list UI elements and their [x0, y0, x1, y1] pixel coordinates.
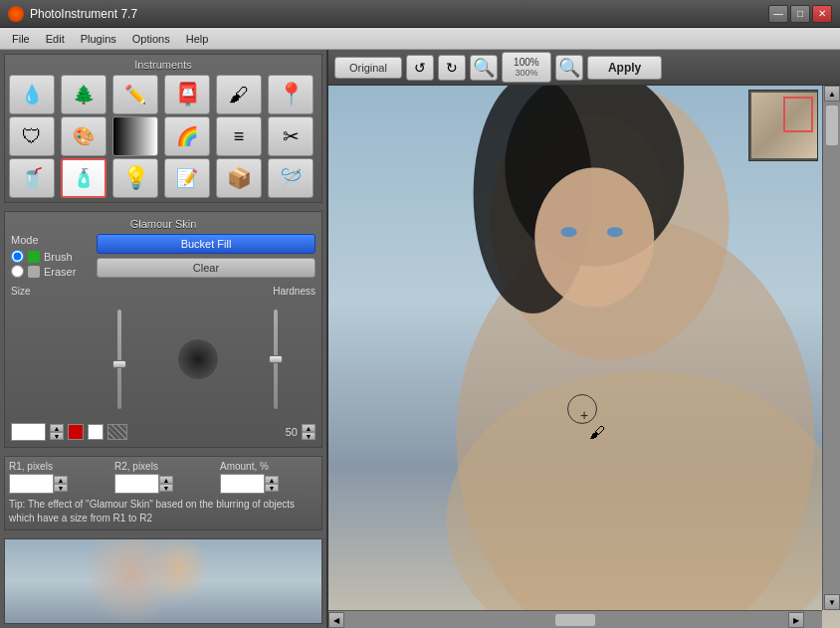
tool-lamp[interactable]: 💡: [112, 158, 158, 198]
zoom-level: 100%: [511, 57, 542, 68]
r1-group: R1, pixels 1.6 ▲ ▼: [9, 461, 106, 494]
titlebar: PhotoInstrument 7.7 — □ ✕: [0, 0, 840, 28]
zoom-display: 100% 300%: [502, 52, 551, 83]
tool-bottle[interactable]: 🧴: [61, 158, 106, 198]
r1-spinbox: ▲ ▼: [54, 476, 68, 492]
tool-dropper[interactable]: 💧: [9, 75, 55, 114]
menu-edit[interactable]: Edit: [38, 31, 73, 47]
eraser-label: Eraser: [44, 266, 76, 278]
scroll-right-arrow[interactable]: ▶: [788, 612, 804, 628]
app-icon: [8, 6, 24, 22]
amount-label: Amount, %: [220, 461, 317, 472]
window-controls: — □ ✕: [768, 5, 832, 23]
tool-scissors[interactable]: ✂: [268, 116, 314, 156]
r1-input[interactable]: 1.6: [9, 474, 54, 494]
hardness-slider-group: Hardness: [236, 286, 315, 419]
maximize-button[interactable]: □: [790, 5, 810, 23]
size-slider-track: [11, 300, 228, 419]
tool-cloth[interactable]: 🪡: [268, 158, 314, 198]
size-input[interactable]: 41: [11, 423, 46, 441]
sliders-row: Size Hardness: [11, 286, 315, 419]
menu-file[interactable]: File: [4, 31, 38, 47]
hardness-spin-down[interactable]: ▼: [302, 432, 315, 440]
scroll-thumb-horizontal[interactable]: [555, 614, 595, 626]
thumbnail-selection: [783, 97, 813, 132]
original-button[interactable]: Original: [334, 57, 402, 79]
undo-button[interactable]: ↺: [406, 55, 434, 81]
menu-options[interactable]: Options: [124, 31, 178, 47]
apply-button[interactable]: Apply: [587, 56, 662, 80]
canvas-toolbar: Original ↺ ↻ 🔍 100% 300% 🔍 Apply: [328, 50, 840, 86]
r1-spin-up[interactable]: ▲: [54, 476, 68, 484]
zoom-in-button[interactable]: 🔍: [470, 55, 498, 81]
scroll-left-arrow[interactable]: ◀: [328, 612, 344, 628]
menu-help[interactable]: Help: [178, 31, 217, 47]
tool-eraser[interactable]: 📝: [164, 158, 210, 198]
brush-label: Brush: [44, 251, 73, 263]
horizontal-scrollbar[interactable]: ◀ ▶: [328, 610, 822, 628]
menu-plugins[interactable]: Plugins: [73, 31, 124, 47]
glamour-skin-panel: Glamour Skin Mode Brush Eraser: [4, 211, 322, 448]
hardness-spinbox: ▲ ▼: [302, 424, 315, 440]
size-slider-line: [117, 310, 121, 409]
r2-input[interactable]: 5.2: [114, 474, 159, 494]
tool-rainbow[interactable]: 🌈: [164, 116, 210, 156]
minimize-button[interactable]: —: [768, 5, 788, 23]
tool-color-wheel[interactable]: 🎨: [61, 116, 106, 156]
zoom-out-button[interactable]: 🔍: [555, 55, 583, 81]
size-label: Size: [11, 286, 228, 297]
scroll-up-arrow[interactable]: ▲: [824, 86, 840, 102]
canvas-image: [328, 86, 840, 628]
r1-spin-down[interactable]: ▼: [54, 484, 68, 492]
canvas-area[interactable]: + 🖌 ▲ ▼ ◀ ▶: [328, 86, 840, 628]
amount-spin-down[interactable]: ▼: [265, 484, 279, 492]
clear-button[interactable]: Clear: [97, 258, 315, 278]
instruments-panel: Instruments 💧 🌲 ✏️ 📮 🖌 📍 🛡 🎨 🌈 ≡ ✂ 🥤 🧴: [4, 54, 322, 203]
close-button[interactable]: ✕: [812, 5, 832, 23]
hardness-slider-line: [274, 310, 278, 409]
amount-spin-up[interactable]: ▲: [265, 476, 279, 484]
amount-input[interactable]: 10: [220, 474, 265, 494]
size-slider-thumb[interactable]: [112, 360, 126, 368]
tool-brush[interactable]: 🖌: [216, 75, 262, 114]
eraser-radio[interactable]: [11, 265, 24, 278]
zoom-level2: 300%: [511, 68, 542, 78]
preview-strip: [4, 538, 322, 624]
instruments-title: Instruments: [9, 59, 317, 71]
hardness-slider-thumb[interactable]: [269, 355, 283, 363]
brush-radio-row: Brush: [11, 250, 91, 263]
scroll-down-arrow[interactable]: ▼: [824, 594, 840, 610]
r2-spin-down[interactable]: ▼: [159, 484, 173, 492]
r1-label: R1, pixels: [9, 461, 106, 472]
r2-spin-up[interactable]: ▲: [159, 476, 173, 484]
tool-pencils[interactable]: ✏️: [112, 75, 158, 114]
tool-cup[interactable]: 🥤: [9, 158, 55, 198]
fill-clear-section: Bucket Fill Clear: [97, 234, 315, 280]
brush-pattern[interactable]: [107, 424, 127, 440]
thumbnail-image: [751, 93, 817, 158]
canvas-svg: [328, 86, 840, 628]
background-color[interactable]: [88, 424, 104, 440]
hardness-spin-up[interactable]: ▲: [302, 424, 315, 432]
tool-box[interactable]: 📦: [216, 158, 262, 198]
brush-radio[interactable]: [11, 250, 24, 263]
vertical-scrollbar[interactable]: ▲ ▼: [822, 86, 840, 610]
tool-lines[interactable]: ≡: [216, 116, 262, 156]
tool-stamp[interactable]: 📮: [164, 75, 210, 114]
tools-grid: 💧 🌲 ✏️ 📮 🖌 📍 🛡 🎨 🌈 ≡ ✂ 🥤 🧴 💡 📝 📦: [9, 75, 317, 198]
tool-tree[interactable]: 🌲: [61, 75, 106, 114]
brush-controls-bottom: 41 ▲ ▼ 50 ▲ ▼: [11, 423, 315, 441]
redo-button[interactable]: ↻: [438, 55, 466, 81]
glamour-title: Glamour Skin: [11, 218, 315, 230]
foreground-color[interactable]: [68, 424, 84, 440]
mode-label: Mode: [11, 234, 91, 246]
bucket-fill-button[interactable]: Bucket Fill: [97, 234, 315, 254]
tool-gradient[interactable]: [112, 116, 158, 156]
scroll-thumb-vertical[interactable]: [826, 105, 838, 145]
size-spin-down[interactable]: ▼: [50, 432, 64, 440]
eraser-color-indicator: [28, 266, 40, 278]
tool-shield[interactable]: 🛡: [9, 116, 55, 156]
hardness-slider-track: [236, 300, 315, 419]
size-spin-up[interactable]: ▲: [50, 424, 64, 432]
tool-pin[interactable]: 📍: [268, 75, 314, 114]
